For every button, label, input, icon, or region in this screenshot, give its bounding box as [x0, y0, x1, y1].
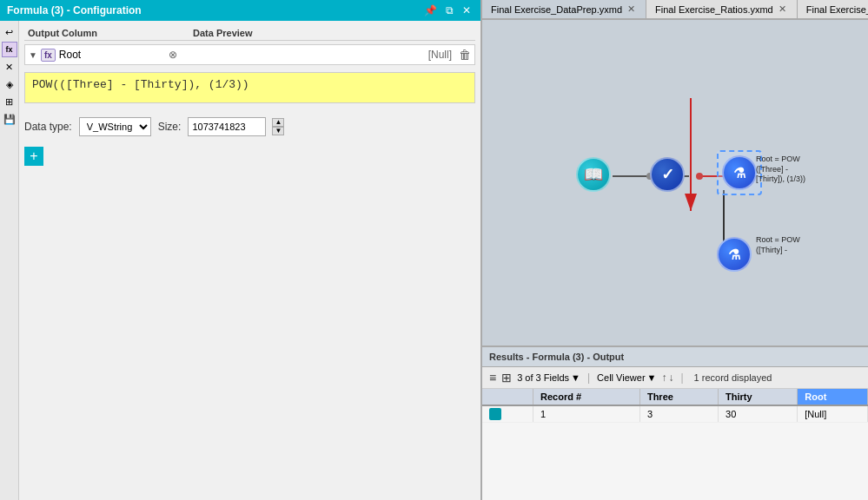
node-book[interactable]: 📖 [576, 157, 611, 192]
cell-thirty: 30 [719, 405, 798, 423]
tab-dataprep-close[interactable]: ✕ [626, 3, 637, 15]
node-formula-4[interactable]: ⚗ [717, 237, 752, 272]
size-label: Size: [158, 121, 182, 133]
viewer-info: Cell Viewer ▼ [597, 372, 656, 383]
float-button[interactable]: ⧉ [443, 4, 456, 16]
viewer-label: Cell Viewer [597, 372, 645, 383]
undo-icon[interactable]: ↩ [2, 24, 17, 40]
grid-results-icon[interactable]: ≡ [489, 371, 496, 385]
separator-2: | [680, 372, 683, 384]
cell-three: 3 [639, 405, 718, 423]
left-panel: Formula (3) - Configuration 📌 ⧉ ✕ ↩ fx ✕… [0, 0, 482, 500]
formula-icon-1: ⚗ [733, 165, 745, 181]
check-icon: ✓ [661, 165, 674, 184]
results-panel: Results - Formula (3) - Output ≡ ⊞ 3 of … [482, 345, 868, 500]
fields-info: 3 of 3 Fields ▼ [517, 372, 580, 383]
node-check-circle: ✓ [650, 157, 685, 192]
node-check[interactable]: ✓ [650, 157, 685, 192]
field-delete-button[interactable]: 🗑 [459, 48, 471, 62]
tab-bar: Final Exercise_DataPrep.yxmd ✕ Final Exe… [482, 0, 868, 20]
field-row: ▼ fx ⊗ [Null] 🗑 [24, 44, 475, 65]
col-header-thirty[interactable]: Thirty [719, 389, 798, 405]
form-area: Output Column Data Preview ▼ fx ⊗ [Null]… [19, 21, 480, 500]
col-header-record [482, 389, 533, 405]
results-table: Record # Three Thirty Root [482, 389, 868, 500]
close-icon[interactable]: ✕ [2, 59, 17, 75]
panel-title-text: Formula (3) - Configuration [7, 4, 142, 16]
pin-button[interactable]: 📌 [421, 4, 440, 16]
size-up-button[interactable]: ▲ [272, 118, 284, 127]
fx-badge: fx [41, 49, 56, 62]
workflow-canvas: 📖 ✓ ⚗ Root = POW([Three] -[Thirty]), [482, 20, 868, 344]
row-icon [489, 408, 501, 420]
size-input[interactable] [188, 117, 266, 136]
node-formula-4-label: Root = POW([Thirty] - [756, 235, 800, 255]
canvas-area: 📖 ✓ ⚗ Root = POW([Three] -[Thirty]), [482, 20, 868, 500]
table-row: 1 3 30 [Null] [482, 405, 868, 423]
record-count: 1 record displayed [694, 372, 772, 383]
tab-final-a[interactable]: Final Exercise_A... ✕ [798, 0, 868, 18]
results-title: Results - Formula (3) - Output [482, 347, 868, 367]
expression-icon[interactable]: ◈ [2, 76, 17, 92]
output-column-header: Output Column [28, 28, 184, 38]
fields-dropdown-icon[interactable]: ▼ [571, 372, 580, 383]
node-formula-3-circle: ⚗ [722, 155, 757, 190]
formula-text: POW(([Three] - [Thirty]), (1/3)) [32, 78, 249, 91]
tab-final-a-label: Final Exercise_A... [806, 4, 868, 15]
tab-ratios[interactable]: Final Exercise_Ratios.yxmd ✕ [646, 0, 798, 18]
tab-dataprep[interactable]: Final Exercise_DataPrep.yxmd ✕ [482, 0, 646, 20]
save-icon[interactable]: 💾 [2, 111, 17, 127]
formula-area[interactable]: POW(([Three] - [Thirty]), (1/3)) [24, 72, 475, 103]
node-formula-3-label: Root = POW([Three] -[Thirty]), (1/3)) [756, 155, 805, 185]
col-header-root[interactable]: Root [798, 389, 868, 405]
svg-point-4 [696, 173, 703, 180]
field-name-input[interactable] [59, 49, 163, 61]
separator-1: | [587, 372, 590, 384]
columns-icon[interactable]: ⊞ [501, 371, 512, 385]
datatype-select[interactable]: V_WString [79, 117, 151, 136]
data-table: Record # Three Thirty Root [482, 389, 868, 423]
toolbar-strip: ↩ fx ✕ ◈ ⊞ 💾 [0, 21, 19, 500]
panel-title: Formula (3) - Configuration 📌 ⧉ ✕ [0, 0, 480, 21]
close-panel-button[interactable]: ✕ [460, 4, 474, 16]
book-icon: 📖 [584, 165, 603, 184]
node-book-circle: 📖 [576, 157, 611, 192]
datatype-row: Data type: V_WString Size: ▲ ▼ [24, 114, 475, 140]
grid-icon[interactable]: ⊞ [2, 94, 17, 109]
node-formula-4-circle: ⚗ [717, 237, 752, 272]
cell-root: [Null] [798, 405, 868, 423]
size-down-button[interactable]: ▼ [272, 127, 284, 135]
tab-ratios-close[interactable]: ✕ [777, 3, 788, 15]
field-clear-button[interactable]: ⊗ [167, 49, 179, 61]
size-spinner: ▲ ▼ [272, 118, 284, 135]
formula-icon-2: ⚗ [728, 247, 740, 263]
preview-column-header: Data Preview [193, 28, 252, 38]
right-panel: Final Exercise_DataPrep.yxmd ✕ Final Exe… [482, 0, 868, 500]
columns-header: Output Column Data Preview [24, 26, 475, 41]
field-preview: [Null] [428, 49, 452, 61]
viewer-dropdown-icon[interactable]: ▼ [647, 372, 657, 383]
fields-count: 3 of 3 Fields [517, 372, 569, 383]
sort-asc-icon[interactable]: ↑ [661, 372, 666, 384]
tab-dataprep-label: Final Exercise_DataPrep.yxmd [491, 4, 622, 15]
add-field-button[interactable]: + [24, 147, 43, 166]
title-buttons: 📌 ⧉ ✕ [421, 4, 474, 16]
datatype-label: Data type: [24, 121, 72, 133]
row-icon-cell [482, 405, 533, 423]
col-header-three[interactable]: Three [639, 389, 718, 405]
results-toolbar: ≡ ⊞ 3 of 3 Fields ▼ | Cell Viewer ▼ ↑ ↓ [482, 367, 868, 389]
panel-content: ↩ fx ✕ ◈ ⊞ 💾 Output Column Data Preview … [0, 21, 480, 500]
tab-ratios-label: Final Exercise_Ratios.yxmd [655, 4, 773, 15]
sort-desc-icon[interactable]: ↓ [668, 372, 673, 384]
expand-arrow-icon[interactable]: ▼ [29, 50, 37, 60]
sort-icons: ↑ ↓ [661, 372, 673, 384]
cell-record: 1 [533, 405, 640, 423]
col-header-record-num[interactable]: Record # [533, 389, 640, 405]
fx-icon[interactable]: fx [2, 42, 17, 57]
